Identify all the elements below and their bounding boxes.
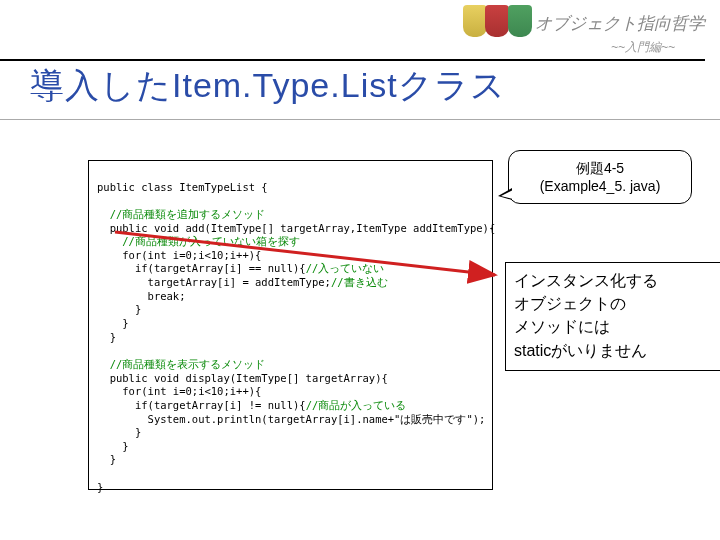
header-title: オブジェクト指向哲学 bbox=[535, 12, 705, 35]
code-line: } bbox=[97, 440, 129, 452]
callout-line: メソッドには bbox=[514, 315, 712, 338]
code-comment: //商品種類を表示するメソッド bbox=[97, 358, 265, 370]
code-line: } bbox=[97, 453, 116, 465]
callout-tail bbox=[498, 188, 512, 200]
code-line: } bbox=[97, 317, 129, 329]
code-comment: //商品種類を追加するメソッド bbox=[97, 208, 265, 220]
code-line: System.out.println(targetArray[i].name+"… bbox=[97, 413, 485, 425]
callout-line: オブジェクトの bbox=[514, 292, 712, 315]
code-line: public void add(ItemType[] targetArray,I… bbox=[97, 222, 495, 234]
code-line: } bbox=[97, 303, 141, 315]
code-line: if(targetArray[i] != null){//商品が入っている bbox=[97, 399, 406, 411]
code-line: } bbox=[97, 481, 103, 493]
callout-line: インスタンス化する bbox=[514, 269, 712, 292]
code-line: } bbox=[97, 331, 116, 343]
cup-icon bbox=[508, 5, 532, 37]
callout-line: staticがいりません bbox=[514, 339, 712, 362]
code-line: public void display(ItemType[] targetArr… bbox=[97, 372, 388, 384]
code-line: } bbox=[97, 426, 141, 438]
code-line: if(targetArray[i] == null){//入っていない bbox=[97, 262, 384, 274]
code-line: for(int i=0;i<10;i++){ bbox=[97, 249, 261, 261]
example-callout: 例題4-5 (Example4_5. java) bbox=[508, 150, 692, 204]
cup-icon bbox=[485, 5, 509, 37]
code-line: break; bbox=[97, 290, 186, 302]
code-line: public class ItemTypeList { bbox=[97, 181, 268, 193]
cup-icon bbox=[463, 5, 487, 37]
page-header: オブジェクト指向哲学 ~~入門編~~ bbox=[0, 5, 720, 61]
logo-cups bbox=[463, 5, 526, 41]
code-block: public class ItemTypeList { //商品種類を追加するメ… bbox=[88, 160, 493, 490]
header-line bbox=[0, 59, 705, 61]
callout-line: 例題4-5 bbox=[515, 159, 685, 177]
slide-title: 導入したItem.Type.Listクラス bbox=[0, 55, 720, 120]
code-line: for(int i=0;i<10;i++){ bbox=[97, 385, 261, 397]
callout-line: (Example4_5. java) bbox=[515, 177, 685, 195]
code-line: targetArray[i] = addItemType;//書き込む bbox=[97, 276, 388, 288]
header-subtitle: ~~入門編~~ bbox=[0, 39, 705, 56]
note-callout: インスタンス化する オブジェクトの メソッドには staticがいりません bbox=[505, 262, 720, 371]
code-comment: //商品種類が入っていない箱を探す bbox=[97, 235, 300, 247]
